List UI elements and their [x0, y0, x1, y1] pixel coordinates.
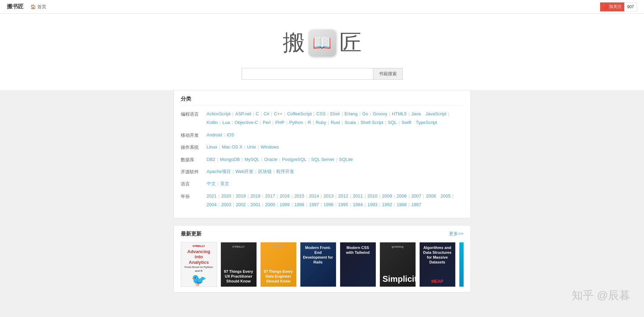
year-2018[interactable]: 2018 [249, 192, 262, 200]
year-2011[interactable]: 2011 [351, 192, 365, 200]
book-item-2[interactable]: O'REILLY 97 Things Every UX Practitioner… [221, 242, 257, 287]
year-2020[interactable]: 2020 [220, 192, 233, 200]
lang-php[interactable]: PHP [273, 118, 286, 127]
db-sqlite[interactable]: SQLite [337, 155, 355, 164]
lang-css[interactable]: CSS [315, 109, 327, 118]
oss-web[interactable]: Web开发 [234, 167, 255, 176]
db-postgresql[interactable]: PostgreSQL [280, 155, 308, 164]
os-macos[interactable]: Mac OS X [220, 143, 244, 151]
year-2012[interactable]: 2012 [336, 192, 350, 200]
year-2009[interactable]: 2009 [380, 192, 394, 200]
lang-cpp[interactable]: C++ [272, 109, 284, 118]
year-2021[interactable]: 2021 [205, 192, 218, 200]
year-1997[interactable]: 1997 [307, 200, 321, 209]
year-1999[interactable]: 1999 [278, 200, 291, 209]
lang-english[interactable]: 英文 [218, 179, 231, 188]
os-linux[interactable]: Linux [205, 143, 219, 151]
year-2007[interactable]: 2007 [410, 192, 423, 200]
year-2010[interactable]: 2010 [366, 192, 379, 200]
lang-chinese[interactable]: 中文 [205, 179, 217, 188]
year-1993[interactable]: 1993 [366, 200, 379, 209]
book-item-7[interactable]: Algorithms and Data Structures for Massi… [419, 242, 456, 287]
db-mysql[interactable]: MySQL [243, 155, 261, 164]
year-1996[interactable]: 1996 [322, 200, 335, 209]
lang-lua[interactable]: Lua [221, 118, 232, 127]
lang-shellscript[interactable]: Shell Script [359, 118, 385, 127]
lang-coffeescript[interactable]: CoffeeScript [285, 109, 313, 118]
book-cover-3: O'REILLY 97 Things Every Data Engineer S… [260, 242, 297, 287]
year-2013[interactable]: 2013 [322, 192, 335, 200]
search-input[interactable] [242, 68, 373, 80]
os-unix[interactable]: Unix [245, 143, 258, 151]
year-2016[interactable]: 2016 [278, 192, 291, 200]
year-2006[interactable]: 2006 [424, 192, 438, 200]
lang-objectivec[interactable]: Objective-C [233, 118, 260, 127]
lang-kotlin[interactable]: Kotlin [205, 118, 220, 127]
year-2015[interactable]: 2015 [292, 192, 306, 200]
home-label: 首页 [37, 4, 46, 10]
year-2014[interactable]: 2014 [307, 192, 321, 200]
year-2005[interactable]: 2005 [439, 192, 452, 200]
lang-scala[interactable]: Scala [343, 118, 358, 127]
year-2019[interactable]: 2019 [234, 192, 248, 200]
lang-go[interactable]: Go [361, 109, 370, 118]
lang-groovy[interactable]: Groovy [371, 109, 389, 118]
book-item-1[interactable]: O'REILLY AdvancingintoAnalytics From Exc… [181, 242, 217, 287]
oss-prog[interactable]: 程序开发 [274, 167, 296, 176]
book8-gopher: 🐿️ [462, 269, 464, 284]
lang-ruby[interactable]: Ruby [314, 118, 328, 127]
more-link[interactable]: 更多>> [449, 231, 463, 237]
year-1994[interactable]: 1994 [351, 200, 365, 209]
book-item-6[interactable]: grokking Simplicity [380, 242, 416, 287]
lang-python[interactable]: Python [287, 118, 305, 127]
home-link[interactable]: 🏠 首页 [30, 4, 46, 10]
lang-erlang[interactable]: Erlang [343, 109, 360, 118]
lang-perl[interactable]: Perl [261, 118, 272, 127]
lang-r[interactable]: R [306, 118, 312, 127]
lang-swift[interactable]: Swift [400, 118, 413, 127]
book-item-4[interactable]: Modern Front-End Development for Rails [300, 242, 336, 287]
year-2003[interactable]: 2003 [220, 200, 233, 209]
book-item-8[interactable]: Let's Go Further! 🐿️ [459, 242, 464, 287]
latest-title: 最新更新 [181, 231, 202, 237]
os-windows[interactable]: Windows [259, 143, 281, 151]
lang-elixir[interactable]: Elixir [328, 109, 342, 118]
db-sqlserver[interactable]: SQL Server [309, 155, 336, 164]
lang-csharp[interactable]: C# [262, 109, 271, 118]
db-db2[interactable]: DB2 [205, 155, 217, 164]
year-2001[interactable]: 2001 [249, 200, 262, 209]
year-1992[interactable]: 1992 [380, 200, 394, 209]
search-button[interactable]: 书籍搜索 [373, 68, 403, 80]
db-oracle[interactable]: Oracle [262, 155, 279, 164]
oss-apache[interactable]: Apache项目 [205, 167, 233, 176]
lang-java[interactable]: Java [410, 109, 422, 118]
year-2017[interactable]: 2017 [263, 192, 277, 200]
book-item-5[interactable]: Modern CSS with Tailwind [340, 242, 376, 287]
lang-javascript[interactable]: JavaScript [424, 109, 448, 118]
year-1987[interactable]: 1987 [410, 200, 423, 209]
year-1995[interactable]: 1995 [336, 200, 350, 209]
year-2004[interactable]: 2004 [205, 200, 218, 209]
year-2008[interactable]: 2008 [395, 192, 409, 200]
db-mongodb[interactable]: MongoDB [218, 155, 242, 164]
lang-c[interactable]: C [254, 109, 261, 118]
lang-rust[interactable]: Rust [329, 118, 342, 127]
book-item-3[interactable]: O'REILLY 97 Things Every Data Engineer S… [260, 242, 297, 287]
lang-html5[interactable]: HTML5 [390, 109, 409, 118]
lang-typescript[interactable]: TypeScript [414, 118, 439, 127]
year-1988[interactable]: 1988 [395, 200, 409, 209]
category-title: 分类 [181, 96, 464, 105]
books-grid: O'REILLY AdvancingintoAnalytics From Exc… [181, 242, 464, 287]
lang-sql[interactable]: SQL [386, 118, 399, 127]
lang-actionscript[interactable]: ActionScript [205, 109, 232, 118]
follow-button[interactable]: 🔴 加关注 [600, 2, 624, 11]
oss-blockchain[interactable]: 区块链 [256, 167, 273, 176]
year-1998[interactable]: 1998 [292, 200, 306, 209]
book3-publisher: O'REILLY [263, 245, 293, 248]
lang-aspnet[interactable]: ASP.net [233, 109, 253, 118]
year-2002[interactable]: 2002 [234, 200, 248, 209]
mobile-ios[interactable]: iOS [225, 131, 236, 139]
year-2000[interactable]: 2000 [263, 200, 277, 209]
mobile-android[interactable]: Android [205, 131, 224, 139]
category-row-lang: 语言 中文| 英文 [181, 179, 464, 188]
